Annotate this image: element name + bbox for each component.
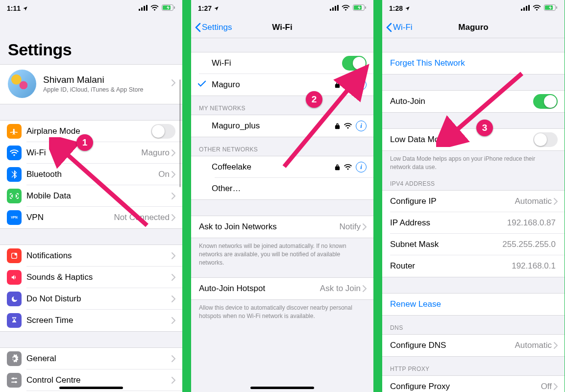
row-label: IP Address	[390, 218, 507, 228]
row-general[interactable]: General	[0, 348, 182, 369]
row-auto-join-hotspot[interactable]: Auto-Join Hotspot Ask to Join	[191, 278, 373, 299]
back-button[interactable]: Wi-Fi	[382, 23, 417, 32]
wifi-switch[interactable]	[342, 56, 367, 71]
chevron-right-icon	[172, 193, 175, 199]
info-icon[interactable]: i	[356, 79, 367, 90]
sounds-icon	[7, 270, 22, 285]
row-value: 192.168.0.87	[507, 218, 556, 228]
row-wifi-toggle[interactable]: Wi-Fi	[191, 52, 373, 74]
row-wifi[interactable]: Wi-Fi Maguro	[0, 142, 182, 164]
chevron-right-icon	[172, 171, 175, 178]
row-label: Configure IP	[390, 196, 515, 206]
row-vpn[interactable]: VPN VPN Not Connected	[0, 207, 182, 228]
row-my-network[interactable]: Maguro_plus i	[191, 115, 373, 137]
row-label: Configure Proxy	[390, 382, 541, 392]
signal-icon	[330, 4, 339, 12]
back-button[interactable]: Settings	[191, 23, 236, 32]
screen-network-detail: 1:28 Wi-Fi Maguro Forget This Network	[382, 0, 565, 392]
row-label: Mobile Data	[26, 191, 172, 201]
signal-icon	[521, 4, 530, 12]
row-auto-join[interactable]: Auto-Join	[382, 91, 565, 112]
row-configure-dns[interactable]: Configure DNS Automatic	[382, 335, 565, 356]
row-label: Screen Time	[26, 316, 172, 325]
section-footer: Low Data Mode helps apps on your iPhone …	[382, 151, 565, 172]
section-header: HTTP PROXY	[382, 357, 565, 375]
svg-rect-1	[141, 7, 143, 11]
row-other[interactable]: Other…	[191, 178, 373, 199]
row-sounds[interactable]: Sounds & Haptics	[0, 267, 182, 288]
row-label: Auto-Join Hotspot	[199, 284, 320, 294]
row-bluetooth[interactable]: Bluetooth On	[0, 164, 182, 185]
row-screen-time[interactable]: Screen Time	[0, 310, 182, 331]
row-notifications[interactable]: Notifications	[0, 245, 182, 267]
chevron-right-icon	[172, 317, 175, 324]
row-label: Sounds & Haptics	[26, 272, 172, 282]
wifi-strength-icon	[344, 123, 352, 129]
row-label: VPN	[26, 213, 114, 222]
svg-point-9	[15, 253, 17, 255]
row-label: Wi-Fi	[26, 148, 141, 158]
location-icon	[405, 6, 410, 11]
row-label: Do Not Disturb	[26, 294, 172, 304]
check-icon	[198, 80, 206, 89]
svg-rect-18	[335, 6, 336, 11]
row-value: 192.168.0.1	[512, 261, 556, 271]
row-connected-network[interactable]: Maguro i	[191, 74, 373, 96]
row-forget-network[interactable]: Forget This Network	[382, 52, 565, 74]
row-label: Wi-Fi	[199, 58, 342, 68]
row-label: Low Data Mode	[390, 135, 533, 145]
row-ask-to-join[interactable]: Ask to Join Networks Notify	[191, 216, 373, 238]
section-footer: Known networks will be joined automatica…	[191, 238, 373, 267]
navbar: Wi-Fi Maguro	[382, 17, 565, 38]
section-header: IPV4 ADDRESS	[382, 172, 565, 190]
row-value: Ask to Join	[320, 284, 361, 294]
avatar	[8, 70, 36, 98]
profile-subtitle: Apple ID, iCloud, iTunes & App Store	[43, 86, 172, 93]
chevron-right-icon	[172, 295, 175, 302]
section-footer: Allow this device to automatically disco…	[191, 300, 373, 320]
row-dnd[interactable]: Do Not Disturb	[0, 288, 182, 310]
row-label: General	[26, 354, 172, 364]
row-label: Ask to Join Networks	[199, 222, 340, 232]
network-name: Coffeelake	[212, 162, 335, 172]
signal-icon	[139, 4, 147, 12]
network-name: Maguro_plus	[212, 121, 335, 131]
row-label: Airplane Mode	[26, 126, 151, 136]
chevron-right-icon	[554, 198, 558, 205]
row-label: Control Centre	[26, 375, 172, 385]
info-icon[interactable]: i	[356, 121, 367, 131]
svg-rect-30	[556, 6, 557, 9]
row-low-data-mode[interactable]: Low Data Mode	[382, 129, 565, 150]
autojoin-switch[interactable]	[533, 94, 558, 109]
location-icon	[214, 6, 219, 11]
wifi-icon	[342, 4, 350, 12]
battery-icon	[544, 4, 558, 12]
airplane-switch[interactable]	[151, 124, 175, 139]
chevron-right-icon	[172, 274, 175, 281]
row-configure-ip[interactable]: Configure IP Automatic	[382, 191, 565, 212]
home-indicator[interactable]	[250, 387, 314, 389]
statusbar: 1:28	[382, 0, 565, 17]
home-indicator[interactable]	[59, 387, 123, 389]
row-value: Off	[541, 382, 552, 392]
lowdata-switch[interactable]	[533, 132, 558, 147]
row-value: Maguro	[141, 148, 170, 158]
svg-rect-6	[174, 6, 175, 9]
row-mobile-data[interactable]: Mobile Data	[0, 185, 182, 207]
scroll-indicator[interactable]	[179, 79, 181, 187]
row-renew-lease[interactable]: Renew Lease	[382, 294, 565, 315]
row-label: Subnet Mask	[390, 240, 502, 249]
svg-point-13	[15, 381, 17, 383]
row-configure-proxy[interactable]: Configure Proxy Off	[382, 376, 565, 392]
info-icon[interactable]: i	[356, 162, 367, 172]
row-airplane-mode[interactable]: Airplane Mode	[0, 121, 182, 142]
apple-id-row[interactable]: Shivam Malani Apple ID, iCloud, iTunes &…	[0, 64, 182, 104]
row-subnet-mask: Subnet Mask 255.255.255.0	[382, 234, 565, 255]
cellular-icon	[7, 189, 22, 203]
screen-settings: 1:11 Settings Shivam Malani Apple ID, iC…	[0, 0, 182, 392]
row-value: Automatic	[515, 341, 552, 350]
back-label: Settings	[202, 23, 232, 32]
chevron-right-icon	[172, 377, 175, 384]
row-other-network[interactable]: Coffeelake i	[191, 156, 373, 178]
lock-icon	[335, 81, 340, 88]
